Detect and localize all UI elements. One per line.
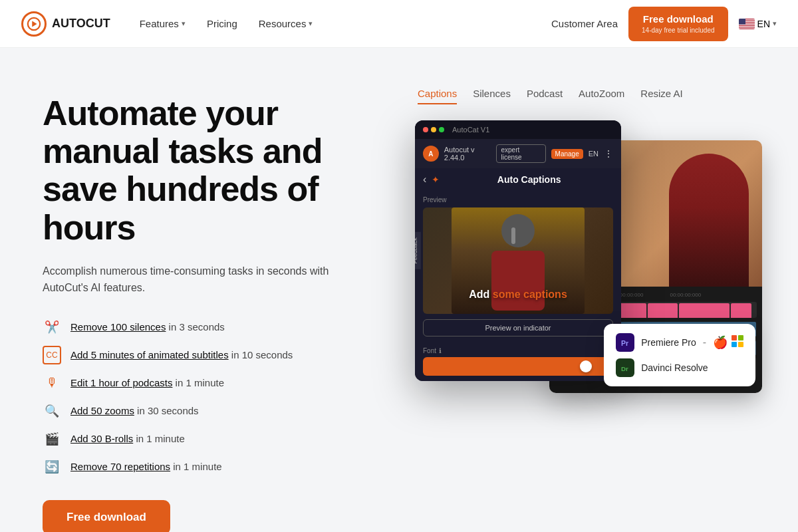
tab-captions[interactable]: Captions [418,88,457,104]
font-section: Font ℹ [415,342,621,381]
expert-badge: expert license [496,144,545,163]
tab-autozoom[interactable]: AutoZoom [579,88,624,104]
app-version: Autocut v 2.44.0 [444,146,497,162]
broll-icon: 🎬 [43,430,61,448]
close-dot [423,127,428,132]
scissors-icon: ✂️ [43,318,61,336]
features-chevron-icon: ▾ [182,19,186,28]
logo-text: AUTOCUT [52,17,110,31]
app-content: Preview Add some captions P [415,191,621,342]
caption-overlay: Add some captions [469,289,567,301]
titlebar-dots [423,127,444,132]
hero-left: Automate your manual tasks and save hund… [43,88,388,532]
free-download-button[interactable]: Free download 14-day free trial included [628,7,728,41]
logo[interactable]: AUTOCUT [21,11,110,37]
preview-indicator-button[interactable]: Preview on indicator [423,319,613,336]
font-slider[interactable] [423,357,613,376]
list-item: 🎬 Add 30 B-rolls in 1 minute [43,430,388,448]
podcast-icon: 🎙 [43,374,61,392]
apple-icon: 🍎 [713,335,728,350]
font-info-icon: ℹ [439,347,442,354]
app-header-left: A Autocut v 2.44.0 [423,146,496,162]
svg-text:Dr: Dr [621,365,628,372]
list-item: 🔍 Add 50 zooms in 30 seconds [43,402,388,420]
caption-add-text: Add [469,289,493,300]
nav-features[interactable]: Features ▾ [132,13,194,35]
feature-link-brolls[interactable]: Add 30 B-rolls [70,433,133,444]
logo-icon [21,11,47,37]
nav-pricing[interactable]: Pricing [199,13,245,35]
app-titlebar: AutoCat V1 [415,120,621,139]
lang-chevron-icon: ▾ [773,19,777,28]
hero-cta-button[interactable]: Free download [43,500,170,532]
auto-captions-icon: ✦ [432,174,440,185]
svg-rect-9 [739,19,745,25]
app-lang: EN [589,150,598,158]
preview-label: Preview [423,196,613,203]
feature-list: ✂️ Remove 100 silences in 3 seconds CC A… [43,318,388,476]
feature-link-zooms[interactable]: Add 50 zooms [70,405,134,416]
compatibility-card: Pr Premiere Pro - 🍎 [604,324,755,386]
svg-rect-8 [739,27,755,28]
hero-section: Automate your manual tasks and save hund… [0,48,798,532]
compat-row-davinci: Dr Davinci Resolve [616,358,743,377]
app-header: A Autocut v 2.44.0 expert license Manage… [415,139,621,168]
repetitions-icon: 🔄 [43,458,61,476]
tab-silences[interactable]: Silences [473,88,511,104]
tab-podcast[interactable]: Podcast [527,88,563,104]
feature-tabs: Captions Silences Podcast AutoZoom Resiz… [415,88,755,104]
list-item: 🔄 Remove 70 repetitions in 1 minute [43,458,388,476]
list-item: 🎙 Edit 1 hour of podcasts in 1 minute [43,374,388,392]
video-preview: Add some captions [423,207,613,314]
list-item: ✂️ Remove 100 silences in 3 seconds [43,318,388,336]
compat-separator: - [703,336,706,348]
language-selector[interactable]: EN ▾ [739,19,777,29]
minimize-dot [431,127,436,132]
customer-area-link[interactable]: Customer Area [551,18,618,29]
feature-link-subtitles[interactable]: Add 5 minutes of animated subtitles [70,349,229,360]
tab-resize-ai[interactable]: Resize AI [640,88,682,104]
more-icon[interactable]: ⋮ [604,148,613,159]
davinci-label: Davinci Resolve [641,362,708,373]
platform-icons: 🍎 [713,335,743,350]
app-window: Feedback AutoCat V1 A Autocut v 2.44.0 [415,120,621,381]
compat-row-premiere: Pr Premiere Pro - 🍎 [616,333,743,352]
feature-link-silences[interactable]: Remove 100 silences [70,321,166,332]
app-mockup-wrapper: 00:00:00:000 00:00:00:000 00:00:00:000 [415,120,755,400]
maximize-dot [439,127,444,132]
nav-right: Customer Area Free download 14-day free … [551,7,777,41]
svg-text:Pr: Pr [621,339,628,347]
app-header-right: expert license Manage EN ⋮ [496,144,613,163]
manage-button[interactable]: Manage [551,149,583,159]
feature-link-podcasts[interactable]: Edit 1 hour of podcasts [70,377,172,388]
feedback-tab[interactable]: Feedback [415,232,421,269]
premiere-icon: Pr [616,333,634,352]
zoom-icon: 🔍 [43,402,61,420]
app-section-title: Auto Captions [445,174,613,185]
hero-headline: Automate your manual tasks and save hund… [43,94,388,247]
feature-link-repetitions[interactable]: Remove 70 repetitions [70,461,170,472]
svg-marker-1 [32,21,37,27]
flag-icon [739,19,755,29]
nav-links: Features ▾ Pricing Resources ▾ [132,13,530,35]
back-button[interactable]: ‹ [423,174,426,186]
titlebar-text: AutoCat V1 [452,126,489,134]
hero-subtext: Accomplish numerous time-consuming tasks… [43,263,335,297]
davinci-icon: Dr [616,358,634,377]
nav-resources[interactable]: Resources ▾ [251,13,321,35]
svg-rect-7 [739,26,755,27]
svg-rect-6 [739,24,755,25]
app-logo-small: A [423,146,439,162]
person-silhouette [669,154,749,287]
captions-icon: CC [43,346,61,364]
slider-handle [580,360,592,372]
resources-chevron-icon: ▾ [309,19,313,28]
font-label: Font ℹ [423,347,613,354]
list-item: CC Add 5 minutes of animated subtitles i… [43,346,388,364]
hero-right: Captions Silences Podcast AutoZoom Resiz… [415,88,755,532]
app-nav-bar: ‹ ✦ Auto Captions [415,168,621,191]
windows-icon [732,335,743,347]
premiere-label: Premiere Pro [641,337,696,348]
navbar: AUTOCUT Features ▾ Pricing Resources ▾ C… [0,0,798,48]
lang-label: EN [757,19,770,29]
